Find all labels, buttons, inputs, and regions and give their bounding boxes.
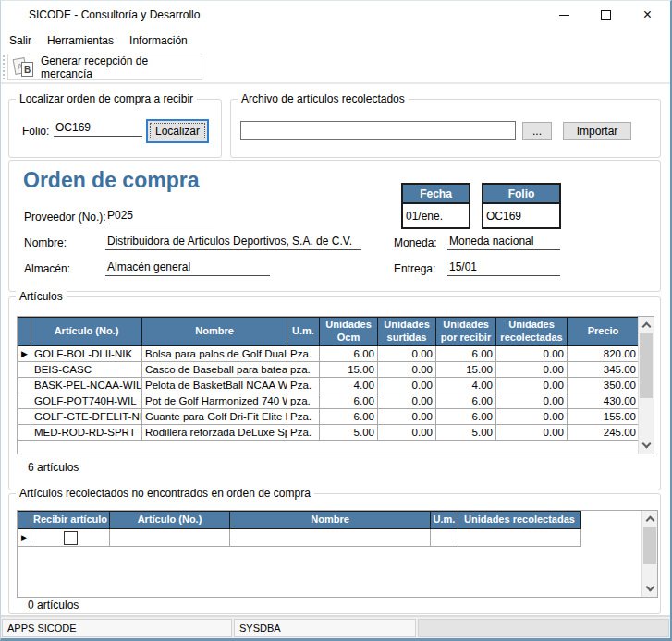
scroll-down-button[interactable] <box>642 581 657 597</box>
cell-um[interactable]: Pza. <box>287 424 320 440</box>
menu-item-salir[interactable]: Salir <box>2 30 39 51</box>
col-header-nombre[interactable]: Nombre <box>230 512 431 529</box>
recibir-checkbox[interactable] <box>64 531 78 545</box>
cell-nombre[interactable]: Casco de Baseball para bateado <box>142 361 287 377</box>
cell-ocm[interactable]: 6.00 <box>320 345 378 361</box>
col-header-um[interactable]: U.m. <box>287 318 320 346</box>
cell-um[interactable]: pza. <box>287 393 320 408</box>
cell-nombre[interactable]: Guante para Golf Dri-Fit Elite Nik <box>142 408 287 424</box>
cell-por-recibir[interactable]: 4.00 <box>436 377 496 393</box>
folio-input[interactable]: OC169 <box>54 121 142 137</box>
col-header-precio[interactable]: Precio <box>568 318 640 346</box>
cell-um[interactable] <box>431 529 458 547</box>
table-row[interactable]: BASK-PEL-NCAA-WIL Pelota de BasketBall N… <box>18 377 640 393</box>
scroll-up-button[interactable] <box>639 317 654 333</box>
cell-ocm[interactable]: 4.00 <box>320 377 378 393</box>
cell-precio[interactable]: 820.00 <box>568 345 640 361</box>
row-selector[interactable] <box>18 393 31 408</box>
cell-um[interactable]: Pza. <box>287 408 320 424</box>
cell-nombre[interactable]: Rodillera reforzada DeLuxe Spo <box>142 424 287 440</box>
table-row[interactable]: ▶ GOLF-BOL-DLII-NIK Bolsa para palos de … <box>18 345 640 361</box>
cell-codigo[interactable]: BASK-PEL-NCAA-WIL <box>31 377 142 393</box>
cell-surtidas[interactable]: 0.00 <box>378 345 436 361</box>
cell-recolectadas[interactable]: 0.00 <box>496 345 568 361</box>
cell-recolectadas[interactable]: 0.00 <box>496 377 568 393</box>
cell-codigo[interactable]: GOLF-BOL-DLII-NIK <box>31 345 142 361</box>
col-header-recibir[interactable]: Recibir artículo <box>31 512 110 529</box>
cell-um[interactable]: Pza. <box>287 345 320 361</box>
row-selector[interactable]: ▶ <box>18 345 31 361</box>
toolbar-grip[interactable] <box>3 55 5 79</box>
file-path-input[interactable] <box>240 121 516 140</box>
cell-por-recibir[interactable]: 5.00 <box>436 424 496 440</box>
row-selector[interactable] <box>18 424 31 440</box>
row-selector[interactable] <box>18 408 31 424</box>
cell-ocm[interactable]: 6.00 <box>320 408 378 424</box>
cell-nombre[interactable]: Pot de Golf Harmonized 740 Wils <box>142 393 287 408</box>
cell-nombre[interactable] <box>230 529 431 547</box>
table-row[interactable]: GOLF-POT740H-WIL Pot de Golf Harmonized … <box>18 393 640 408</box>
localizar-button[interactable]: Localizar <box>146 119 209 143</box>
cell-um[interactable]: pza. <box>287 361 320 377</box>
maximize-button[interactable] <box>585 1 627 29</box>
cell-surtidas[interactable]: 0.00 <box>378 377 436 393</box>
entrega-field[interactable]: 15/01 <box>447 260 560 276</box>
minimize-button[interactable] <box>544 1 585 29</box>
table-row[interactable]: ▶ <box>18 529 581 547</box>
cell-precio[interactable]: 155.00 <box>568 408 640 424</box>
scrollbar-thumb[interactable] <box>640 333 653 398</box>
cell-por-recibir[interactable]: 6.00 <box>436 408 496 424</box>
cell-nombre[interactable]: Bolsa para palos de Golf Dual Lig <box>142 345 287 361</box>
generate-reception-button[interactable]: A B Generar recepción de mercancía <box>7 54 202 80</box>
menu-item-herramientas[interactable]: Herramientas <box>40 30 121 51</box>
moneda-field[interactable]: Moneda nacional <box>447 235 560 250</box>
cell-codigo[interactable]: GOLF-POT740H-WIL <box>31 393 142 408</box>
cell-recolectadas[interactable]: 0.00 <box>496 424 568 440</box>
row-selector[interactable] <box>18 361 31 377</box>
cell-ocm[interactable]: 6.00 <box>320 393 378 408</box>
col-header-unidades-ocm[interactable]: Unidades Ocm <box>320 318 378 346</box>
row-selector[interactable]: ▶ <box>18 529 31 547</box>
cell-codigo[interactable]: MED-ROD-RD-SPRT <box>31 424 142 440</box>
cell-nombre[interactable]: Pelota de BasketBall NCAA Wilso <box>142 377 287 393</box>
col-header-um[interactable]: U.m. <box>431 512 458 529</box>
cell-recolectadas[interactable]: 0.00 <box>496 361 568 377</box>
cell-surtidas[interactable]: 0.00 <box>378 393 436 408</box>
cell-por-recibir[interactable]: 6.00 <box>436 345 496 361</box>
cell-ocm[interactable]: 15.00 <box>320 361 378 377</box>
col-header-unidades-por-recibir[interactable]: Unidades por recibir <box>436 318 496 346</box>
cell-recolectadas[interactable]: 0.00 <box>496 393 568 408</box>
nombre-field[interactable]: Distribuidora de Articulos Deportivos, S… <box>105 235 361 250</box>
col-header-unidades-recolectadas[interactable]: Unidades recolectadas <box>458 512 581 529</box>
recolectados-scrollbar[interactable] <box>641 511 657 597</box>
cell-precio[interactable]: 350.00 <box>568 377 640 393</box>
close-button[interactable]: × <box>627 1 668 29</box>
cell-codigo[interactable] <box>110 529 230 547</box>
cell-por-recibir[interactable]: 6.00 <box>436 393 496 408</box>
cell-surtidas[interactable]: 0.00 <box>378 424 436 440</box>
cell-recolectadas[interactable] <box>458 529 581 547</box>
cell-surtidas[interactable]: 0.00 <box>378 408 436 424</box>
table-row[interactable]: MED-ROD-RD-SPRT Rodillera reforzada DeLu… <box>18 424 640 440</box>
articulos-scrollbar[interactable] <box>638 317 654 454</box>
cell-recolectadas[interactable]: 0.00 <box>496 408 568 424</box>
cell-precio[interactable]: 430.00 <box>568 393 640 408</box>
cell-codigo[interactable]: BEIS-CASC <box>31 361 142 377</box>
cell-codigo[interactable]: GOLF-GTE-DFELIT-NIK <box>31 408 142 424</box>
scrollbar-thumb[interactable] <box>643 527 656 564</box>
col-header-articulo[interactable]: Artículo (No.) <box>31 318 142 346</box>
scroll-up-button[interactable] <box>642 511 657 526</box>
browse-button[interactable]: ... <box>522 122 552 140</box>
col-header-nombre[interactable]: Nombre <box>142 318 287 346</box>
col-header-unidades-recolectadas[interactable]: Unidades recolectadas <box>496 318 568 346</box>
col-header-articulo[interactable]: Artículo (No.) <box>110 512 230 529</box>
table-row[interactable]: BEIS-CASC Casco de Baseball para bateado… <box>18 361 640 377</box>
cell-precio[interactable]: 345.00 <box>568 361 640 377</box>
cell-precio[interactable]: 245.00 <box>568 424 640 440</box>
import-button[interactable]: Importar <box>563 122 631 140</box>
table-row[interactable]: GOLF-GTE-DFELIT-NIK Guante para Golf Dri… <box>18 408 640 424</box>
menu-item-informacion[interactable]: Información <box>122 30 195 51</box>
scroll-down-button[interactable] <box>639 438 654 454</box>
row-selector[interactable] <box>18 377 31 393</box>
cell-ocm[interactable]: 5.00 <box>320 424 378 440</box>
